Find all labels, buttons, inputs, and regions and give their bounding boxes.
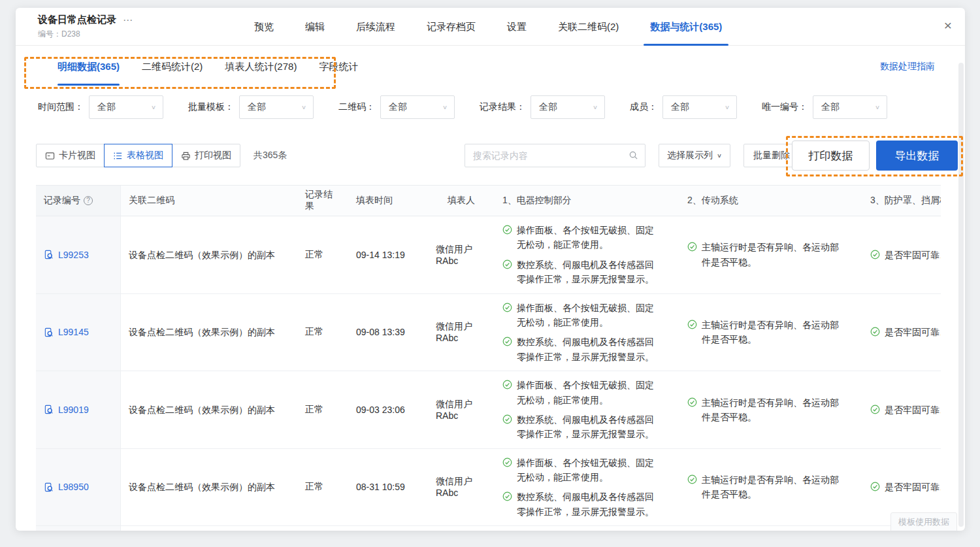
nav-tab-data-statistics[interactable]: 数据与统计(365) (634, 8, 738, 46)
record-link[interactable]: L98950 (44, 482, 89, 492)
check-item: 是否牢固可靠、 (870, 480, 941, 494)
transmission-system-cell (679, 526, 862, 531)
print-data-button[interactable]: 打印数据 (792, 141, 870, 171)
record-id-cell: L99253 (36, 216, 121, 293)
time-range-label: 时间范围： (38, 101, 84, 113)
help-icon[interactable]: ? (84, 196, 93, 205)
record-id-cell (36, 526, 121, 531)
vertical-scrollbar[interactable] (958, 63, 964, 527)
check-item-text: 是否牢固可靠、 (885, 325, 941, 339)
nav-tab-label: 关联二维码(2) (558, 21, 619, 33)
table-row[interactable]: L99145 设备点检二维码（效果示例）的副本 正常 09-08 13:39 微… (36, 294, 941, 372)
col-linked-qrcode: 关联二维码 (121, 186, 297, 216)
check-item: 操作面板、各个按钮无破损、固定无松动，能正常使用。 (502, 223, 661, 252)
nav-tab-label: 编辑 (305, 21, 325, 33)
chevron-down-icon: ∨ (717, 152, 722, 159)
batch-template-label: 批量模板： (188, 101, 234, 113)
nav-tab-edit[interactable]: 编辑 (289, 8, 340, 46)
page-title: 设备日常点检记录 (38, 14, 116, 26)
check-item: 是否牢固可靠、 (870, 248, 941, 262)
title-block: 设备日常点检记录 ⋯ 编号：D238 (38, 14, 133, 40)
table-view-icon (113, 151, 123, 161)
record-link[interactable]: L99145 (44, 327, 89, 337)
nav-tab-preview[interactable]: 预览 (238, 8, 289, 46)
check-circle-icon (870, 405, 880, 414)
print-view-button[interactable]: 打印视图 (172, 144, 240, 167)
card-view-label: 卡片视图 (59, 150, 95, 161)
check-item: 操作面板、各个按钮无破损、固定无松动，能正常使用。 (502, 456, 661, 485)
submitter-cell: 微信用户RAbc (428, 449, 495, 526)
electrical-control-cell: 操作面板、各个按钮无破损、固定无松动，能正常使用。数控系统、伺服电机及各传感器回… (495, 216, 679, 293)
more-icon[interactable]: ⋯ (123, 14, 133, 26)
record-result-cell: 正常 (297, 371, 348, 448)
check-item: 主轴运行时是否有异响、各运动部件是否平稳。 (687, 240, 845, 269)
record-link[interactable]: L99019 (44, 405, 89, 415)
check-circle-icon (870, 482, 880, 491)
subtab-qrcode-stats[interactable]: 二维码统计(2) (142, 46, 203, 88)
choose-columns-button[interactable]: 选择展示列 ∨ (659, 144, 730, 167)
check-item: 数控系统、伺服电机及各传感器回零操作正常，显示屏无报警显示。 (502, 335, 661, 364)
nav-tab-label: 后续流程 (356, 21, 395, 33)
table-row[interactable]: L99253 设备点检二维码（效果示例）的副本 正常 09-14 13:19 微… (36, 216, 941, 294)
check-circle-icon (502, 414, 512, 424)
fill-time-cell: 09-14 13:19 (348, 216, 428, 293)
protective-cover-cell: 是否牢固可靠、 (862, 216, 941, 293)
table-view-button[interactable]: 表格视图 (104, 144, 172, 167)
print-view-label: 打印视图 (195, 150, 231, 161)
nav-tab-followup-flow[interactable]: 后续流程 (340, 8, 411, 46)
nav-tab-record-archive[interactable]: 记录存档页 (411, 8, 491, 46)
table-row[interactable]: 操作面板、各个按钮无破损、固定 (36, 526, 941, 531)
records-table: 记录编号 ? 关联二维码 记录结果 填表时间 填表人 1、电器控制部分 2、传动… (36, 185, 941, 531)
total-count-label: 共365条 (253, 150, 287, 161)
record-result-select[interactable]: 全部 ∨ (531, 95, 605, 119)
subtab-detail-data[interactable]: 明细数据(365) (57, 46, 120, 88)
chevron-down-icon: ∨ (442, 104, 448, 110)
record-id-cell: L98950 (36, 449, 121, 526)
record-code-label: 编号：D238 (38, 29, 133, 40)
check-item-text: 主轴运行时是否有异响、各运动部件是否平稳。 (702, 395, 845, 425)
time-range-select[interactable]: 全部 ∨ (89, 95, 163, 119)
nav-tab-label: 预览 (254, 21, 274, 33)
protective-cover-cell: 是否牢固可靠、 (862, 294, 941, 371)
table-row[interactable]: L99019 设备点检二维码（效果示例）的副本 正常 09-03 23:06 微… (36, 371, 941, 449)
submitter-cell: 微信用户RAbc (428, 371, 495, 448)
check-circle-icon (502, 225, 512, 235)
record-result-cell: 正常 (297, 449, 348, 526)
linked-qrcode-cell: 设备点检二维码（效果示例）的副本 (121, 449, 297, 526)
check-item: 主轴运行时是否有异响、各运动部件是否平稳。 (687, 318, 845, 347)
close-icon[interactable]: × (944, 18, 952, 32)
export-data-button[interactable]: 导出数据 (876, 141, 958, 171)
nav-tab-settings[interactable]: 设置 (491, 8, 542, 46)
subtab-field-stats[interactable]: 字段统计 (319, 46, 358, 88)
check-item-text: 数控系统、伺服电机及各传感器回零操作正常，显示屏无报警显示。 (517, 335, 661, 364)
record-id-text: L99145 (58, 327, 89, 337)
check-item: 数控系统、伺服电机及各传感器回零操作正常，显示屏无报警显示。 (502, 412, 661, 442)
fill-time-cell: 09-08 13:39 (348, 294, 428, 371)
record-id-text: L99253 (58, 250, 89, 260)
check-item-text: 操作面板、各个按钮无破损、固定无松动，能正常使用。 (517, 301, 661, 330)
record-link[interactable]: L99253 (44, 250, 89, 260)
check-item-text: 操作面板、各个按钮无破损、固定无松动，能正常使用。 (517, 456, 661, 485)
subtab-submitter-stats[interactable]: 填表人统计(278) (225, 46, 297, 88)
select-value: 全部 (97, 101, 116, 113)
unique-id-select[interactable]: 全部 ∨ (813, 95, 887, 119)
submitter-cell: 微信用户RAbc (428, 294, 495, 371)
check-item-text: 操作面板、各个按钮无破损、固定无松动，能正常使用。 (517, 223, 661, 252)
col-electrical-control: 1、电器控制部分 (495, 186, 679, 216)
batch-template-select[interactable]: 全部 ∨ (239, 95, 314, 119)
col-submitter: 填表人 (428, 186, 495, 216)
linked-qrcode-cell: 设备点检二维码（效果示例）的副本 (121, 371, 297, 448)
linked-qrcode-cell (121, 526, 297, 531)
nav-tab-linked-qrcodes[interactable]: 关联二维码(2) (542, 8, 634, 46)
check-item-text: 数控系统、伺服电机及各传感器回零操作正常，显示屏无报警显示。 (517, 257, 661, 287)
transmission-system-cell: 主轴运行时是否有异响、各运动部件是否平稳。 (679, 216, 862, 293)
search-input[interactable] (465, 144, 645, 167)
col-protective-cover: 3、防护罩、挡屑板 (862, 186, 941, 216)
data-processing-guide-link[interactable]: 数据处理指南 (880, 46, 935, 88)
record-id-cell: L99145 (36, 294, 121, 371)
qrcode-select[interactable]: 全部 ∨ (380, 95, 455, 119)
card-view-button[interactable]: 卡片视图 (36, 144, 105, 167)
table-row[interactable]: L98950 设备点检二维码（效果示例）的副本 正常 08-31 10:59 微… (36, 449, 941, 527)
unique-id-label: 唯一编号： (762, 101, 808, 113)
member-select[interactable]: 全部 ∨ (662, 95, 737, 119)
